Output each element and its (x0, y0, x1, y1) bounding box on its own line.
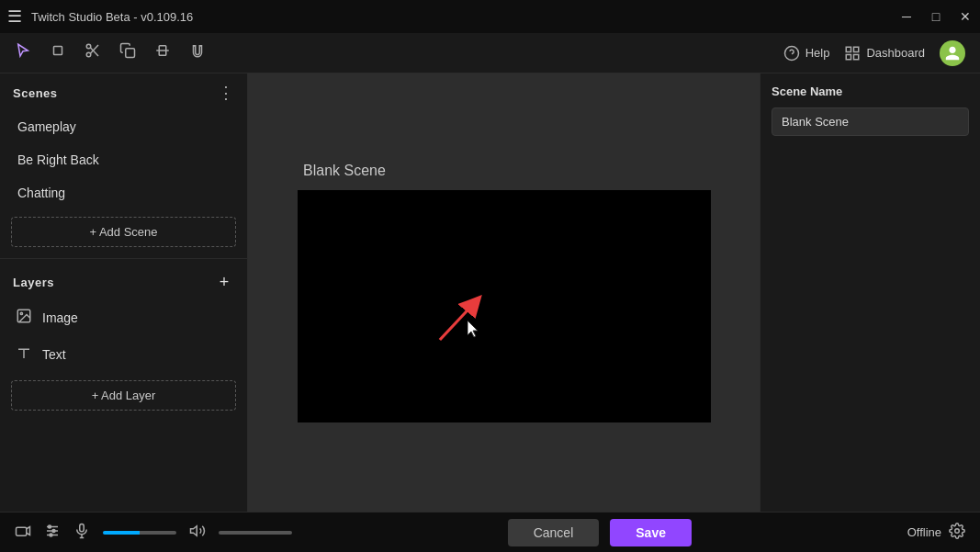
app-title: Twitch Studio Beta - v0.109.16 (31, 10, 890, 24)
copy-tool[interactable] (119, 42, 136, 63)
layer-item-image[interactable]: Image (0, 299, 247, 336)
camera-icon[interactable] (15, 523, 31, 543)
svg-point-26 (52, 529, 55, 532)
svg-rect-21 (17, 527, 27, 535)
window-controls: ─ □ ✕ (899, 9, 973, 24)
dashboard-button[interactable]: Dashboard (844, 45, 925, 62)
add-layer-icon-button[interactable]: + (214, 272, 234, 292)
crop-tool[interactable] (50, 42, 66, 63)
text-icon (15, 344, 33, 365)
sidebar-divider (0, 258, 247, 259)
speaker-volume-slider[interactable] (219, 531, 292, 535)
scenes-header: Scenes ⋮ (0, 73, 247, 110)
toolbar-right: Help Dashboard (783, 40, 965, 66)
help-button[interactable]: Help (783, 45, 830, 62)
svg-point-25 (49, 525, 51, 528)
svg-rect-5 (126, 49, 135, 58)
close-button[interactable]: ✕ (958, 9, 973, 24)
right-panel: Scene Name (760, 73, 980, 512)
scene-item-chatting[interactable]: Chatting (0, 176, 247, 209)
toolbar: Help Dashboard (0, 33, 980, 73)
settings-icon[interactable] (949, 523, 965, 543)
bottombar-center: Cancel Save (508, 519, 692, 546)
bottombar-right: Offline (907, 523, 965, 543)
offline-status: Offline (907, 525, 941, 539)
scissors-tool[interactable] (84, 42, 101, 63)
svg-rect-15 (854, 54, 859, 59)
scene-name-input[interactable] (772, 107, 969, 136)
minimize-button[interactable]: ─ (899, 9, 914, 24)
add-scene-button[interactable]: + Add Scene (11, 217, 236, 247)
scenes-title: Scenes (13, 86, 58, 100)
svg-marker-31 (191, 525, 197, 535)
cursor-tool[interactable] (15, 42, 31, 63)
svg-rect-14 (847, 54, 851, 59)
image-icon (15, 308, 33, 328)
svg-point-32 (955, 528, 960, 533)
svg-point-27 (50, 534, 52, 536)
add-layer-button[interactable]: + Add Layer (11, 380, 236, 411)
align-tool[interactable] (154, 42, 171, 63)
mixer-icon[interactable] (44, 523, 61, 543)
toolbar-tools (15, 42, 206, 63)
canvas-scene-label: Blank Scene (303, 163, 386, 179)
mic-volume-slider[interactable] (103, 531, 176, 535)
svg-rect-12 (847, 47, 851, 51)
scene-canvas[interactable] (298, 190, 711, 422)
canvas-area: Blank Scene (248, 73, 760, 512)
maximize-button[interactable]: □ (929, 9, 943, 24)
help-label: Help (805, 46, 830, 60)
main-content: Scenes ⋮ Gameplay Be Right Back Chatting… (0, 73, 980, 512)
speaker-icon[interactable] (189, 523, 206, 543)
microphone-icon[interactable] (73, 523, 90, 543)
scene-item-gameplay[interactable]: Gameplay (0, 110, 247, 143)
layer-item-text[interactable]: Text (0, 336, 247, 373)
scene-item-be-right-back[interactable]: Be Right Back (0, 143, 247, 176)
scene-name-title: Scene Name (772, 84, 969, 98)
sidebar: Scenes ⋮ Gameplay Be Right Back Chatting… (0, 73, 248, 512)
svg-rect-13 (854, 47, 859, 51)
cancel-button[interactable]: Cancel (508, 519, 600, 546)
layers-title: Layers (13, 276, 54, 289)
layers-header: Layers + (0, 263, 247, 299)
svg-rect-28 (80, 524, 84, 531)
magnet-tool[interactable] (189, 42, 206, 63)
menu-icon[interactable]: ☰ (7, 6, 22, 27)
user-avatar[interactable] (940, 40, 965, 66)
scenes-more-icon[interactable]: ⋮ (218, 83, 234, 103)
bottombar-left (15, 523, 292, 543)
bottombar: Cancel Save Offline (0, 512, 980, 552)
svg-point-17 (20, 312, 22, 314)
svg-rect-0 (54, 47, 62, 55)
titlebar: ☰ Twitch Studio Beta - v0.109.16 ─ □ ✕ (0, 0, 980, 33)
dashboard-label: Dashboard (866, 46, 925, 60)
save-button[interactable]: Save (610, 519, 692, 546)
